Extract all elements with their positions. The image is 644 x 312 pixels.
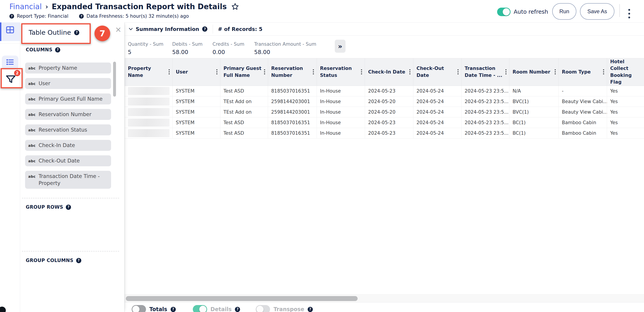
auto-refresh-toggle[interactable] xyxy=(497,8,510,16)
table-grid-icon xyxy=(5,25,15,36)
columns-help-icon[interactable]: ? xyxy=(55,47,60,53)
close-icon[interactable]: × xyxy=(115,26,122,33)
group-rows-help-icon[interactable]: ? xyxy=(66,205,71,210)
metric-debits: Debits - Sum 58.00 xyxy=(172,42,202,55)
breadcrumb-root-link[interactable]: Financial xyxy=(10,2,42,11)
details-help-icon[interactable]: ? xyxy=(235,307,240,312)
column-pill[interactable]: abc Check-In Date xyxy=(25,140,111,151)
column-menu-icon[interactable] xyxy=(408,68,411,75)
column-menu-icon[interactable] xyxy=(360,68,363,75)
column-menu-icon[interactable] xyxy=(216,68,218,75)
abc-type-icon: abc xyxy=(28,66,36,72)
property-name-redacted xyxy=(128,108,170,116)
summary-help-icon[interactable]: ? xyxy=(202,27,207,32)
column-menu-icon[interactable] xyxy=(554,68,557,75)
column-header[interactable]: Room Number xyxy=(510,58,559,86)
abc-type-icon: abc xyxy=(28,113,36,118)
horizontal-scrollbar xyxy=(125,294,644,302)
panel-title: Table Outline xyxy=(29,29,71,36)
sidebar-item-field-list[interactable] xyxy=(2,56,18,70)
column-pill[interactable]: abc Property Name xyxy=(25,63,111,74)
property-name-cell xyxy=(125,107,173,117)
expand-metrics-button[interactable]: » xyxy=(335,40,346,53)
rail-divider xyxy=(0,43,20,44)
abc-type-icon: abc xyxy=(28,97,36,102)
metric-quantity: Quantity - Sum 5 xyxy=(128,42,164,55)
horizontal-scrollbar-thumb[interactable] xyxy=(126,296,358,301)
details-label: Details xyxy=(210,306,232,312)
column-header[interactable]: Check-In Date xyxy=(365,58,413,86)
favorite-star-icon[interactable] xyxy=(231,3,239,11)
column-header[interactable]: Transaction Date Time - ... xyxy=(462,58,510,86)
table-row[interactable]: SYSTEM Test ASD 8185037016351 In-House 2… xyxy=(125,86,644,96)
report-type-help-icon[interactable]: ? xyxy=(10,14,14,19)
property-name-cell xyxy=(125,96,173,107)
column-pill[interactable]: abc Transaction Date Time - Property xyxy=(25,171,111,189)
sidebar-item-table-outline[interactable] xyxy=(0,19,20,41)
column-header[interactable]: Primary Guest Full Name xyxy=(220,58,268,86)
column-pill[interactable]: abc Primary Guest Full Name xyxy=(25,94,111,104)
summary-divider xyxy=(213,25,213,34)
column-header[interactable]: Hotel Collect Booking Flag xyxy=(607,58,644,86)
column-pill[interactable]: abc Check-Out Date xyxy=(25,155,111,166)
table-row[interactable]: SYSTEM Test ASD 8185037016351 In-House 2… xyxy=(125,117,644,128)
data-freshness-help-icon[interactable]: ? xyxy=(79,14,84,19)
transpose-toggle[interactable] xyxy=(256,305,270,312)
abc-type-icon: abc xyxy=(28,159,36,164)
save-as-button[interactable]: Save As xyxy=(580,3,614,20)
column-pill[interactable]: abc Reservation Status xyxy=(25,124,111,135)
column-menu-icon[interactable] xyxy=(504,68,508,75)
breadcrumb-separator: › xyxy=(46,3,48,11)
page-title: Expanded Transaction Report with Details xyxy=(52,2,227,11)
totals-toggle[interactable] xyxy=(132,305,146,312)
column-menu-icon[interactable] xyxy=(168,68,171,75)
abc-type-icon: abc xyxy=(28,128,36,133)
more-options-icon[interactable] xyxy=(628,9,630,18)
column-pill[interactable]: abc Reservation Number xyxy=(25,109,111,120)
totals-help-icon[interactable]: ? xyxy=(171,307,176,312)
section-divider xyxy=(22,198,119,198)
column-header[interactable]: Reservation Status xyxy=(317,58,365,86)
table-outline-panel: 7 Table Outline ? × COLUMNS ? abc Proper… xyxy=(20,23,124,312)
column-menu-icon[interactable] xyxy=(263,68,266,75)
table-row[interactable]: SYSTEM TEst Add on 2598144203001 In-Hous… xyxy=(125,107,644,117)
column-header[interactable]: User xyxy=(173,58,220,86)
report-meta-row: ? Report Type: Financial ? Data Freshnes… xyxy=(10,14,189,19)
totals-label: Totals xyxy=(149,306,167,312)
run-button[interactable]: Run xyxy=(552,3,576,20)
property-name-cell xyxy=(125,117,173,128)
group-columns-help-icon[interactable]: ? xyxy=(76,258,81,263)
table-outline-help-icon[interactable]: ? xyxy=(74,30,79,35)
section-divider xyxy=(22,251,119,251)
column-header[interactable]: Check-Out Date xyxy=(413,58,462,86)
chevron-down-icon[interactable] xyxy=(129,28,133,31)
transpose-help-icon[interactable]: ? xyxy=(308,307,313,312)
table-row[interactable]: SYSTEM TEst Add on 2598144203001 In-Hous… xyxy=(125,96,644,107)
property-name-redacted xyxy=(128,98,170,106)
columns-list: abc Property Name abc User abc Primary G… xyxy=(25,63,111,193)
report-builder-app: Financial › Expanded Transaction Report … xyxy=(0,0,644,312)
metric-credits: Credits - Sum 0.00 xyxy=(212,42,244,55)
grid-options-bar: Totals ? Details ? Transpose ? xyxy=(125,302,644,312)
column-header[interactable]: Property Name xyxy=(125,58,173,86)
property-name-cell xyxy=(125,86,173,96)
columns-scrollbar[interactable] xyxy=(113,62,116,97)
summary-title: Summary Information xyxy=(136,26,199,32)
data-freshness-label: Data Freshness: 5 hour(s) 32 minute(s) a… xyxy=(86,14,189,19)
list-icon xyxy=(5,57,15,68)
transpose-label: Transpose xyxy=(274,306,304,312)
details-toggle[interactable] xyxy=(193,305,207,312)
column-pill[interactable]: abc User xyxy=(25,78,111,89)
filter-count-badge: 2 xyxy=(14,70,20,76)
column-menu-icon[interactable] xyxy=(456,68,460,75)
property-name-redacted xyxy=(128,119,170,127)
column-menu-icon[interactable] xyxy=(602,68,605,75)
annotation-step-badge: 7 xyxy=(94,26,110,41)
metric-transaction-amount: Transaction Amount - Sum 58.00 xyxy=(254,42,316,55)
table-row[interactable]: SYSTEM Test ASD 8185037016351 In-House 2… xyxy=(125,128,644,139)
chat-bubble[interactable] xyxy=(0,307,6,312)
group-columns-section-header: GROUP COLUMNS ? xyxy=(26,258,81,263)
column-menu-icon[interactable] xyxy=(312,68,315,75)
column-header[interactable]: Reservation Number xyxy=(268,58,317,86)
column-header[interactable]: Room Type xyxy=(559,58,607,86)
